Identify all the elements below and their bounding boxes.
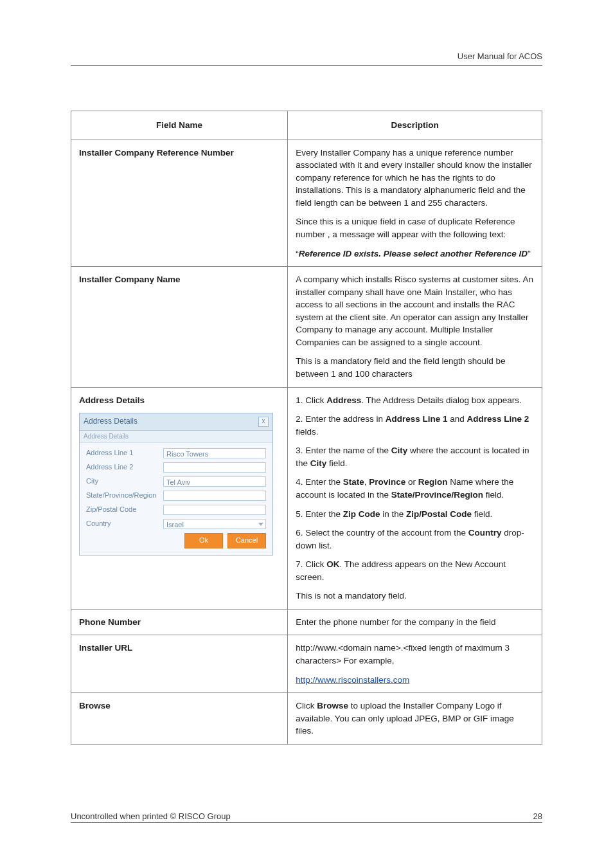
- dialog-subhead: Address Details: [80, 431, 272, 444]
- text: Enter the phone number for the company i…: [296, 616, 534, 629]
- ok-button[interactable]: Ok: [184, 533, 223, 548]
- field-label: Installer Company Reference Number: [71, 140, 288, 267]
- link-line: http://www.riscoinstallers.com: [296, 674, 534, 687]
- row-reference-number: Installer Company Reference Number Every…: [71, 140, 542, 267]
- row-city: City Tel Aviv: [86, 476, 266, 487]
- running-head: User Manual for ACOS: [71, 51, 542, 66]
- step-2: 2. Enter the address in Address Line 1 a…: [296, 413, 534, 438]
- col-description: Description: [288, 111, 542, 140]
- field-desc: Click Browse to upload the Installer Com…: [288, 693, 542, 745]
- row-region: State/Province/Region: [86, 491, 266, 501]
- step-7: 7. Click OK. The address appears on the …: [296, 558, 534, 583]
- address-dialog: Address Details x Address Details Addres…: [79, 413, 273, 556]
- label-city: City: [86, 476, 163, 487]
- label-line2: Address Line 2: [86, 462, 163, 473]
- row-line2: Address Line 2: [86, 462, 266, 473]
- label-country: Country: [86, 519, 163, 529]
- page-number: 28: [533, 811, 542, 821]
- text: Every Installer Company has a unique ref…: [296, 147, 534, 210]
- text: “Reference ID exists. Please select anot…: [296, 248, 534, 260]
- field-label: Installer Company Name: [71, 267, 288, 388]
- text: Since this is a unique field in case of …: [296, 215, 534, 240]
- footer-text: Uncontrolled when printed © RISCO Group: [71, 811, 231, 821]
- row-line1: Address Line 1 Risco Towers: [86, 448, 266, 458]
- row-browse: Browse Click Browse to upload the Instal…: [71, 693, 542, 745]
- row-country: Country Israel: [86, 519, 266, 529]
- row-address-details: Address Details Address Details x Addres…: [71, 387, 542, 609]
- step-8: This is not a mandatory field.: [296, 590, 534, 602]
- input-city[interactable]: Tel Aviv: [163, 476, 266, 487]
- cancel-button[interactable]: Cancel: [227, 533, 266, 548]
- close-icon[interactable]: x: [258, 417, 269, 427]
- message-text: Reference ID exists. Please select anoth…: [299, 249, 528, 258]
- dialog-body: Address Line 1 Risco Towers Address Line…: [80, 443, 272, 555]
- select-country[interactable]: Israel: [163, 519, 266, 529]
- field-label: Browse: [71, 693, 288, 745]
- field-desc: Enter the phone number for the company i…: [288, 609, 542, 635]
- step-1: 1. Click Address. The Address Details di…: [296, 394, 534, 407]
- input-line1[interactable]: Risco Towers: [163, 448, 266, 458]
- field-label: Phone Number: [71, 609, 288, 635]
- field-desc: http://www.<domain name>.<fixed length o…: [288, 635, 542, 693]
- row-phone: Phone Number Enter the phone number for …: [71, 609, 542, 635]
- text: This is a mandatory field and the field …: [296, 355, 534, 380]
- label-zip: Zip/Postal Code: [86, 505, 163, 515]
- label-line1: Address Line 1: [86, 448, 163, 458]
- field-label: Installer URL: [71, 635, 288, 693]
- row-zip: Zip/Postal Code: [86, 505, 266, 515]
- input-line2[interactable]: [163, 462, 266, 473]
- col-field-name: Field Name: [71, 111, 288, 140]
- field-desc: A company which installs Risco systems a…: [288, 267, 542, 388]
- text: A company which installs Risco systems a…: [296, 273, 534, 348]
- step-5: 5. Enter the Zip Code in the Zip/Postal …: [296, 508, 534, 521]
- dialog-buttons: Ok Cancel: [86, 533, 266, 548]
- field-label-text: Address Details: [79, 395, 145, 405]
- field-label: Address Details Address Details x Addres…: [71, 387, 288, 609]
- text: http://www.<domain name>.<fixed length o…: [296, 642, 534, 667]
- row-company-name: Installer Company Name A company which i…: [71, 267, 542, 388]
- step-4: 4. Enter the State, Province or Region N…: [296, 476, 534, 501]
- quote-close: ": [528, 249, 531, 258]
- dialog-titlebar: Address Details x: [80, 413, 272, 430]
- input-region[interactable]: [163, 491, 266, 501]
- page-footer: Uncontrolled when printed © RISCO Group …: [71, 811, 542, 823]
- field-table: Field Name Description Installer Company…: [71, 111, 542, 745]
- field-desc: Every Installer Company has a unique ref…: [288, 140, 542, 267]
- dialog-title: Address Details: [84, 416, 138, 427]
- step-6: 6. Select the country of the account fro…: [296, 527, 534, 552]
- field-desc: 1. Click Address. The Address Details di…: [288, 387, 542, 609]
- step-3: 3. Enter the name of the City where the …: [296, 444, 534, 469]
- input-zip[interactable]: [163, 505, 266, 515]
- row-url: Installer URL http://www.<domain name>.<…: [71, 635, 542, 693]
- label-region: State/Province/Region: [86, 491, 163, 501]
- example-link[interactable]: http://www.riscoinstallers.com: [296, 675, 409, 685]
- text: Click Browse to upload the Installer Com…: [296, 700, 534, 737]
